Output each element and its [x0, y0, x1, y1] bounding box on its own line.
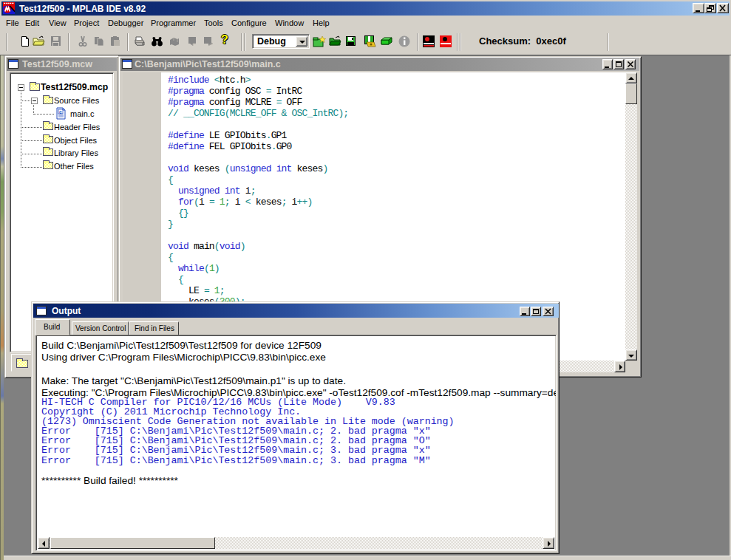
svg-text:c: c — [59, 109, 62, 115]
